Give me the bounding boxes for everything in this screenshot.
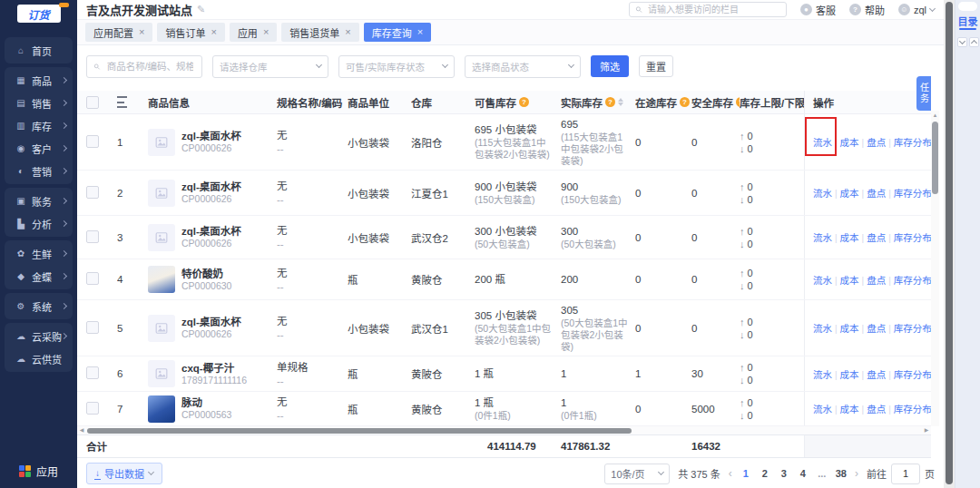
sidebar-item-生鲜[interactable]: ✿生鲜 xyxy=(5,242,73,265)
page-38[interactable]: 38 xyxy=(836,468,847,479)
tab-应用配置[interactable]: 应用配置× xyxy=(85,23,152,42)
row-checkbox[interactable] xyxy=(86,135,99,148)
reset-button[interactable]: 重置 xyxy=(639,55,673,77)
op-库存分布[interactable]: 库存分布 xyxy=(886,273,931,287)
sidebar-item-商品[interactable]: ▦商品 xyxy=(5,69,73,92)
page-4[interactable]: 4 xyxy=(798,468,808,479)
keyword-search-box[interactable] xyxy=(86,55,202,78)
prev-page-button[interactable]: ‹ xyxy=(729,468,732,479)
op-盘点[interactable]: 盘点 xyxy=(859,186,887,200)
goto-page-input[interactable] xyxy=(891,464,920,484)
top-search-input[interactable] xyxy=(646,4,780,15)
page-scroll-thumb[interactable] xyxy=(946,2,953,484)
brand-logo[interactable]: 订货 xyxy=(17,5,61,23)
product-status-select[interactable]: 选择商品状态 xyxy=(465,55,581,78)
op-盘点[interactable]: 盘点 xyxy=(859,367,887,381)
page-3[interactable]: 3 xyxy=(779,468,789,479)
question-icon[interactable]: ? xyxy=(605,97,615,107)
page-2[interactable]: 2 xyxy=(760,468,770,479)
sidebar-item-客户[interactable]: ◉客户 xyxy=(5,137,73,160)
question-icon[interactable]: ? xyxy=(680,97,690,107)
scroll-right-arrow[interactable]: ▶ xyxy=(922,426,931,434)
op-盘点[interactable]: 盘点 xyxy=(859,135,887,149)
sidebar-item-账务[interactable]: ▣账务 xyxy=(5,190,73,212)
op-流水[interactable]: 流水 xyxy=(813,321,832,335)
scroll-up-arrow[interactable]: ▲ xyxy=(931,111,939,120)
sidebar-item-营销[interactable]: ◐营销 xyxy=(5,160,73,182)
sidebar-item-分析[interactable]: ▙分析 xyxy=(5,212,73,235)
collapse-down-button[interactable] xyxy=(957,37,967,47)
tab-销售退货单[interactable]: 销售退货单× xyxy=(281,23,358,42)
row-checkbox[interactable] xyxy=(86,186,99,199)
sidebar-item-销售[interactable]: ▤销售 xyxy=(5,92,73,114)
horizontal-scroll-thumb[interactable] xyxy=(87,428,632,434)
edit-title-icon[interactable]: ✎ xyxy=(197,4,205,15)
scroll-left-arrow[interactable]: ◀ xyxy=(77,426,86,434)
op-成本[interactable]: 成本 xyxy=(832,230,859,244)
op-库存分布[interactable]: 库存分布 xyxy=(886,367,931,381)
page-size-select[interactable]: 10条/页 xyxy=(604,464,670,484)
tab-销售订单[interactable]: 销售订单× xyxy=(157,23,224,42)
row-checkbox[interactable] xyxy=(86,366,99,379)
sidebar-item-系统[interactable]: ⚙系统 xyxy=(5,295,73,317)
op-流水[interactable]: 流水 xyxy=(813,273,832,287)
op-库存分布[interactable]: 库存分布 xyxy=(886,321,931,335)
op-成本[interactable]: 成本 xyxy=(832,273,859,287)
op-成本[interactable]: 成本 xyxy=(832,402,859,415)
sidebar-item-库存[interactable]: ▥库存 xyxy=(5,114,73,137)
directory-search-box[interactable] xyxy=(958,2,977,11)
op-成本[interactable]: 成本 xyxy=(832,367,859,381)
question-icon[interactable]: ? xyxy=(519,97,529,107)
op-库存分布[interactable]: 库存分布 xyxy=(886,135,931,149)
sidebar-apps-button[interactable]: 应用 xyxy=(0,464,77,479)
sidebar-item-云采购[interactable]: ☁云采购 xyxy=(5,325,73,347)
customer-service-button[interactable]: ● 客服 xyxy=(800,3,836,17)
op-库存分布[interactable]: 库存分布 xyxy=(886,186,931,200)
vertical-scroll-thumb[interactable] xyxy=(932,122,938,194)
help-button[interactable]: ? 帮助 xyxy=(849,3,885,17)
tab-应用[interactable]: 应用× xyxy=(230,23,277,42)
sidebar-item-首页[interactable]: ⌂首页 xyxy=(5,39,73,62)
close-icon[interactable]: × xyxy=(139,27,144,37)
row-checkbox[interactable] xyxy=(86,230,99,243)
row-checkbox[interactable] xyxy=(86,272,99,285)
export-data-button[interactable]: ↓ 导出数据 xyxy=(86,463,162,484)
filter-button[interactable]: 筛选 xyxy=(591,55,629,77)
tab-库存查询[interactable]: 库存查询× xyxy=(364,23,431,42)
user-menu[interactable]: ☺ zql xyxy=(898,4,935,15)
close-icon[interactable]: × xyxy=(211,27,216,37)
top-search-box[interactable] xyxy=(629,2,787,17)
op-流水[interactable]: 流水 xyxy=(813,367,832,381)
select-all-checkbox[interactable] xyxy=(86,96,99,109)
sidebar-item-金蝶[interactable]: ◆金蝶 xyxy=(5,265,73,288)
op-成本[interactable]: 成本 xyxy=(832,186,859,200)
close-icon[interactable]: × xyxy=(263,27,269,37)
close-icon[interactable]: × xyxy=(345,27,350,37)
op-流水[interactable]: 流水 xyxy=(813,230,832,244)
op-盘点[interactable]: 盘点 xyxy=(859,321,887,335)
next-page-button[interactable]: › xyxy=(855,468,858,479)
op-流水[interactable]: 流水 xyxy=(813,402,832,415)
keyword-input[interactable] xyxy=(105,60,195,73)
lower-limit: ↓ 0 xyxy=(740,328,804,341)
op-库存分布[interactable]: 库存分布 xyxy=(886,230,931,244)
warehouse-select[interactable]: 请选择仓库 xyxy=(212,55,328,78)
op-成本[interactable]: 成本 xyxy=(832,135,859,149)
sort-icon[interactable] xyxy=(618,98,623,106)
sidebar-item-云供货[interactable]: ☁云供货 xyxy=(5,347,73,370)
row-checkbox[interactable] xyxy=(86,402,99,415)
task-tab[interactable]: 任务 xyxy=(916,76,931,111)
op-成本[interactable]: 成本 xyxy=(832,321,859,335)
row-checkbox[interactable] xyxy=(86,321,99,334)
op-盘点[interactable]: 盘点 xyxy=(859,273,887,287)
collapse-up-button[interactable] xyxy=(969,37,979,47)
column-settings-icon[interactable] xyxy=(117,96,127,108)
op-流水[interactable]: 流水 xyxy=(813,135,832,149)
op-盘点[interactable]: 盘点 xyxy=(859,230,887,244)
close-icon[interactable]: × xyxy=(417,27,423,37)
op-库存分布[interactable]: 库存分布 xyxy=(886,402,931,415)
op-流水[interactable]: 流水 xyxy=(813,186,832,200)
op-盘点[interactable]: 盘点 xyxy=(859,402,887,415)
stock-status-select[interactable]: 可售/实际库存状态 xyxy=(338,55,455,78)
page-1[interactable]: 1 xyxy=(740,468,751,479)
